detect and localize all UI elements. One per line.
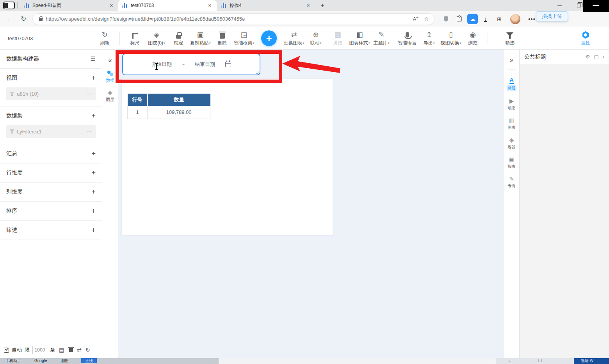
rail-tab-data[interactable]: 数据 [102,71,118,83]
calendar-icon[interactable] [225,62,231,67]
rail-tab-container[interactable]: ◈ 容器 [508,137,516,150]
divider [17,2,18,9]
layers-button[interactable]: ◈ 图层(0)▾ [146,30,167,46]
add-sort-button[interactable]: + [91,207,96,215]
view-switch-button[interactable]: ▯ 视图切换▾ [440,30,462,46]
sql-editor-icon[interactable]: ▤ [59,347,64,353]
smart-voice-button[interactable]: 智能语言 [396,30,418,46]
close-icon[interactable]: ✕ [109,3,114,8]
divider [119,32,120,45]
add-row-dimension-button[interactable]: + [91,169,96,177]
filter-button[interactable]: 筛选 [499,30,521,46]
chevron-down-icon: ▾ [164,41,165,45]
start-date-placeholder[interactable]: 开始日期 [151,61,172,68]
report-icon: ▣ [509,156,514,163]
tab-speedbi-home[interactable]: Speed-BI首页 ✕ [20,0,118,11]
tab-test070703[interactable]: test070703 ✕ [118,0,217,11]
tab-label: test070703 [131,3,204,8]
auto-checkbox[interactable] [4,348,9,353]
dataset-item[interactable]: T LyFilterex1 ⋯ [6,125,96,138]
add-view-button[interactable]: + [91,74,96,82]
browse-button[interactable]: ◉ 浏览 [462,30,484,46]
rail-tab-report[interactable]: ▣ 报表 [508,156,516,169]
refresh-icon[interactable]: ↻ [85,347,90,353]
checkbox-icon[interactable]: ▢ [594,54,598,60]
report-widget[interactable]: 行号 数量 1 109,789.00 [122,79,333,235]
rail-tab-chart[interactable]: ▥ 图表 [508,117,516,130]
chevron-down-icon: ▾ [368,41,370,45]
eye-icon: ◉ [470,30,476,39]
ruler-button[interactable]: 标尺 [124,30,146,46]
add-widget-button[interactable]: + [261,30,277,46]
smart-frame-button[interactable]: ◲ 智能框架▾ [233,30,255,46]
chart-style-button[interactable]: ◧ 图表样式▾ [349,30,370,46]
type-text-icon: T [10,129,14,135]
chevron-right-icon[interactable]: › [603,54,604,60]
gear-icon[interactable]: ⚙ [586,54,590,60]
workspace-icon[interactable] [3,2,15,9]
close-icon[interactable]: ✕ [305,3,311,8]
theme-library-button[interactable]: ✎ 主题库▾ [370,30,392,46]
divider [508,69,516,69]
copy-paste-button[interactable]: ▣ 复制粘贴▾ [189,30,211,46]
more-icon[interactable]: ⋯ [86,129,92,135]
tab-operation4[interactable]: 操作4 ✕ [217,0,315,11]
rail-tab-dynamic[interactable]: ▶ 动态 [508,98,516,111]
shield-icon[interactable] [444,16,448,21]
linkage-button[interactable]: ⊕ 联动▾ [305,30,327,46]
swap-chart-button[interactable]: ⇄ 更换图表▾ [283,30,305,46]
url-text[interactable]: https://ow.speedbi.cn/design?fdesign=tru… [46,16,413,22]
minimize-button[interactable] [557,5,562,6]
properties-button[interactable]: 属性 [575,30,597,46]
more-icon[interactable]: ⋯ [86,91,92,97]
resize-handle[interactable] [256,71,258,74]
favorite-star-icon[interactable]: ☆ [424,16,429,22]
delete-button[interactable]: 删除 [211,30,233,46]
section-sort: 排序 + [0,202,102,221]
clear-trash-icon[interactable] [69,348,73,352]
expand-panel-button[interactable]: » [510,57,513,64]
back-button[interactable]: ← [7,15,14,23]
close-icon[interactable]: ✕ [207,3,213,8]
trash-icon [220,30,225,39]
collapse-panel-button[interactable]: « [102,57,118,64]
lock-button[interactable]: 锁定 [167,30,189,46]
end-date-placeholder[interactable]: 结束日期 [195,61,215,68]
rail-tab-exclusive[interactable]: ✎ 专有 [508,176,516,189]
add-dataset-button[interactable]: + [91,112,96,120]
new-tab-button[interactable]: + [321,2,324,9]
barchart-favicon-icon [122,3,128,8]
restore-button[interactable] [577,4,581,7]
read-aloud-icon[interactable]: A” [413,16,418,22]
tray-box-icon: ▢ [538,358,541,363]
rail-tab-title[interactable]: A 标题 [507,77,516,91]
barchart-favicon-icon [221,3,227,8]
add-filter-button[interactable]: + [91,226,96,234]
refresh-button[interactable]: ↻ [21,15,26,23]
design-canvas[interactable]: 开始日期 ~ 结束日期 行号 数量 1 109,789.00 [118,50,504,358]
cloud-upload-extension-icon[interactable]: ☁ [467,14,478,24]
avatar[interactable] [510,14,520,24]
section-filter: 筛选 + [0,221,102,240]
refresh-button[interactable]: ↻ 刷新 [94,30,116,46]
row-limit-input[interactable] [32,346,47,354]
download-icon[interactable]: ↓ [484,16,487,22]
rail-tab-layers[interactable]: ◈ 图层 [102,90,118,103]
add-col-dimension-button[interactable]: + [91,188,96,196]
add-aggregation-button[interactable]: + [91,149,96,158]
table-row: 1 109,789.00 [128,106,210,119]
section-row-dimension: 行维度 + [0,163,102,183]
collapse-list-icon[interactable]: ☰ [91,55,96,62]
browser-menu-icon[interactable]: ••• [528,16,536,22]
minimize-dash-icon [593,5,599,6]
view-item[interactable]: T a81h (10) ⋯ [6,87,96,100]
annotation-red-arrow [282,54,341,78]
export-button[interactable]: ↥ 导出▾ [418,30,440,46]
date-range-picker[interactable]: 开始日期 ~ 结束日期 [122,53,260,75]
url-field[interactable]: https://ow.speedbi.cn/design?fdesign=tru… [32,13,434,25]
apps-grid-icon[interactable]: ⊞ [497,16,502,22]
shuffle-icon[interactable]: ⇄ [77,347,82,353]
extensions-puzzle-icon[interactable] [457,16,462,21]
column-header: 行号 [128,94,148,106]
microphone-icon [406,30,409,39]
